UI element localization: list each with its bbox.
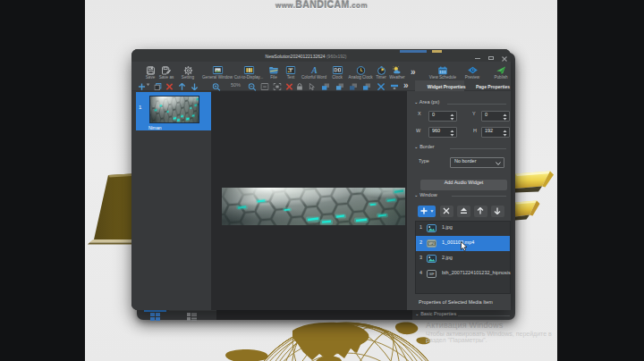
svg-text:A: A [310, 66, 318, 75]
svg-text:GIF: GIF [429, 273, 436, 276]
svg-text:MP4: MP4 [428, 241, 435, 245]
